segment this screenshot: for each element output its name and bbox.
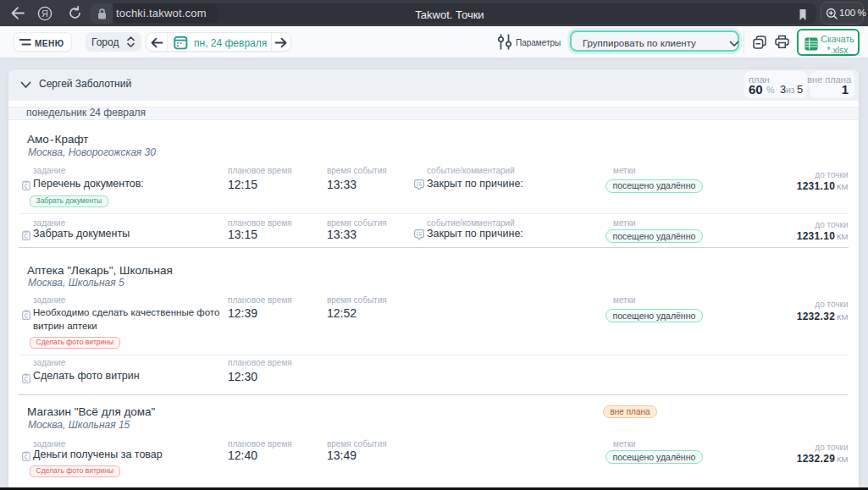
- svg-text:Я: Я: [41, 8, 48, 19]
